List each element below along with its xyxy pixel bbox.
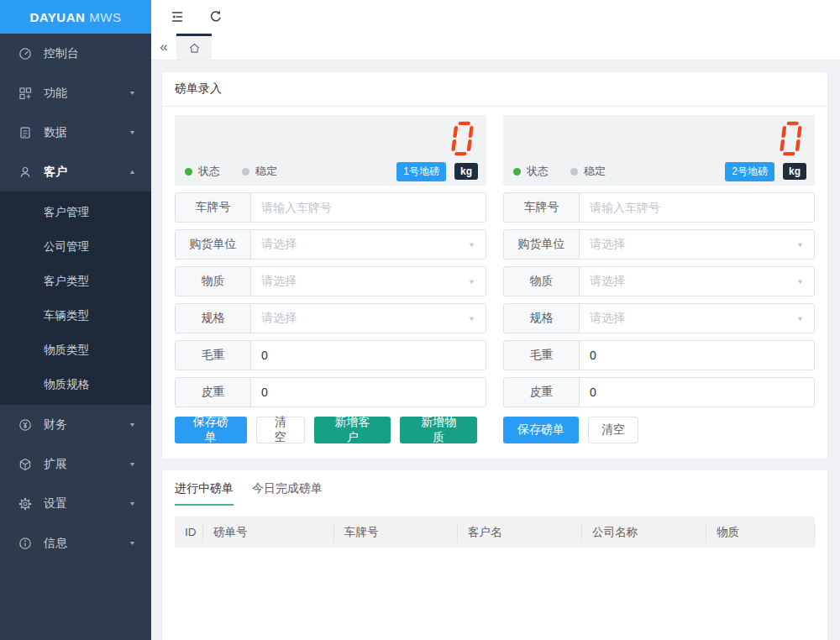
chevron-down-icon: ▼ [129, 501, 136, 507]
chevron-down-icon: ▼ [468, 315, 475, 323]
subitem-label: 物质类型 [44, 343, 89, 358]
sidebar-item-label: 信息 [44, 536, 129, 551]
spec-select[interactable]: 请选择▼ [251, 304, 486, 333]
sidebar-item-settings[interactable]: 设置 ▼ [0, 484, 151, 523]
sidebar: DAYUAN MWS 控制台 功能 ▼ 数据 ▼ 客户 ▲ [0, 0, 151, 640]
add-customer-button[interactable]: 新增客户 [314, 417, 391, 443]
select-placeholder: 请选择 [261, 237, 297, 252]
spec-select[interactable]: 请选择▼ [580, 304, 814, 333]
field-label: 毛重 [176, 341, 251, 370]
app-window: DAYUAN MWS 控制台 功能 ▼ 数据 ▼ 客户 ▲ [0, 0, 840, 640]
material-select[interactable]: 请选择▼ [580, 267, 814, 296]
chevron-down-icon: ▼ [468, 241, 475, 249]
tab-completed-today-tickets[interactable]: 今日完成磅单 [252, 481, 323, 506]
double-chevron-left-icon: « [160, 39, 167, 55]
col-id: ID [175, 522, 203, 543]
cube-icon [18, 458, 32, 471]
chevron-down-icon: ▼ [796, 315, 804, 323]
stable-label: 稳定 [255, 164, 277, 179]
col-company-name: 公司名称 [582, 522, 706, 543]
field-label: 皮重 [504, 378, 580, 407]
field-label: 车牌号 [176, 193, 251, 222]
customers-submenu: 客户管理 公司管理 客户类型 车辆类型 物质类型 物质规格 [0, 191, 151, 405]
material-select[interactable]: 请选择▼ [251, 267, 486, 296]
sidebar-item-console[interactable]: 控制台 [0, 34, 151, 73]
field-spec: 规格 请选择▼ [175, 303, 486, 333]
clear-button[interactable]: 清空 [256, 417, 305, 443]
chevron-down-icon: ▼ [468, 278, 475, 286]
seven-segment-zero [778, 120, 803, 157]
tab-home[interactable] [176, 34, 212, 60]
sidebar-item-functions[interactable]: 功能 ▼ [0, 73, 151, 113]
table-body-empty [175, 548, 815, 640]
status-label: 状态 [198, 164, 220, 179]
refresh-icon[interactable] [208, 9, 223, 24]
brand-secondary: MWS [89, 10, 121, 24]
tare-weight-input[interactable] [261, 386, 475, 399]
field-material: 物质 请选择▼ [175, 266, 486, 296]
chevron-down-icon: ▼ [129, 90, 136, 97]
col-material: 物质 [706, 522, 815, 543]
gross-weight-input[interactable] [590, 349, 804, 362]
scale-panel-1: 0 状态 稳定 1号地磅 kg [175, 113, 486, 443]
stable-dot-gray [570, 168, 578, 176]
col-plate-no: 车牌号 [334, 522, 458, 543]
scale-badge: 1号地磅 [396, 162, 446, 181]
save-ticket-button[interactable]: 保存磅单 [175, 417, 247, 443]
tab-inprogress-tickets[interactable]: 进行中磅单 [175, 481, 234, 506]
plate-number-input[interactable] [590, 201, 804, 214]
unit-badge: kg [783, 163, 806, 180]
sidebar-subitem-vehicle-type[interactable]: 车辆类型 [0, 298, 151, 333]
chevron-down-icon: ▼ [796, 241, 804, 249]
sidebar-subitem-customer-mgmt[interactable]: 客户管理 [0, 195, 151, 229]
gross-weight-input[interactable] [261, 349, 475, 362]
field-label: 皮重 [176, 378, 251, 407]
buyer-unit-select[interactable]: 请选择▼ [251, 230, 486, 259]
tickets-card: 进行中磅单 今日完成磅单 ID 磅单号 车牌号 客户名 公司名称 物质 [161, 470, 828, 640]
subitem-label: 客户类型 [44, 274, 89, 289]
scale-display-2: 0 状态 稳定 2号地磅 kg [503, 115, 815, 186]
user-icon [18, 165, 32, 179]
tickets-tabs: 进行中磅单 今日完成磅单 [175, 470, 815, 506]
add-material-button[interactable]: 新增物质 [400, 417, 477, 443]
scale-display-1: 0 状态 稳定 1号地磅 kg [175, 115, 486, 186]
sidebar-subitem-customer-type[interactable]: 客户类型 [0, 264, 151, 298]
field-buyer-unit: 购货单位 请选择▼ [175, 229, 486, 260]
sidebar-subitem-material-spec[interactable]: 物质规格 [0, 367, 151, 401]
sidebar-subitem-material-type[interactable]: 物质类型 [0, 333, 151, 367]
plate-number-input[interactable] [261, 201, 475, 214]
sidebar-item-info[interactable]: 信息 ▼ [0, 523, 151, 563]
field-gross-weight: 毛重 [503, 340, 815, 370]
save-ticket-button[interactable]: 保存磅单 [503, 417, 579, 443]
select-placeholder: 请选择 [590, 237, 625, 252]
menu-fold-icon[interactable] [170, 9, 185, 24]
sidebar-item-label: 设置 [44, 496, 129, 511]
scale-panel-2: 0 状态 稳定 2号地磅 kg [503, 113, 815, 443]
home-icon [188, 42, 201, 55]
field-label: 物质 [176, 267, 251, 296]
sidebar-subitem-company-mgmt[interactable]: 公司管理 [0, 229, 151, 264]
field-label: 毛重 [504, 341, 580, 370]
sidebar-item-finance[interactable]: 财务 ▼ [0, 405, 151, 444]
tabs-collapse-button[interactable]: « [151, 34, 176, 60]
status-dot-green [185, 168, 192, 176]
sidebar-item-customers[interactable]: 客户 ▲ [0, 152, 151, 191]
tare-weight-input[interactable] [590, 386, 804, 399]
select-placeholder: 请选择 [261, 311, 297, 326]
field-tare-weight: 皮重 [175, 377, 486, 407]
buyer-unit-select[interactable]: 请选择▼ [580, 230, 814, 259]
brand-logo: DAYUAN MWS [0, 0, 151, 34]
sidebar-item-data[interactable]: 数据 ▼ [0, 113, 151, 152]
field-label: 购货单位 [504, 230, 580, 259]
chevron-up-icon: ▲ [129, 169, 136, 176]
subitem-label: 公司管理 [44, 239, 89, 254]
sidebar-item-label: 扩展 [44, 457, 129, 472]
select-placeholder: 请选择 [590, 311, 625, 326]
sidebar-item-extensions[interactable]: 扩展 ▼ [0, 444, 151, 484]
table-header: ID 磅单号 车牌号 客户名 公司名称 物质 [175, 517, 815, 548]
dashboard-icon [18, 47, 32, 60]
clear-button[interactable]: 清空 [588, 417, 638, 443]
chevron-down-icon: ▼ [129, 461, 136, 468]
sidebar-item-label: 数据 [44, 125, 129, 140]
sidebar-item-label: 客户 [44, 165, 129, 180]
